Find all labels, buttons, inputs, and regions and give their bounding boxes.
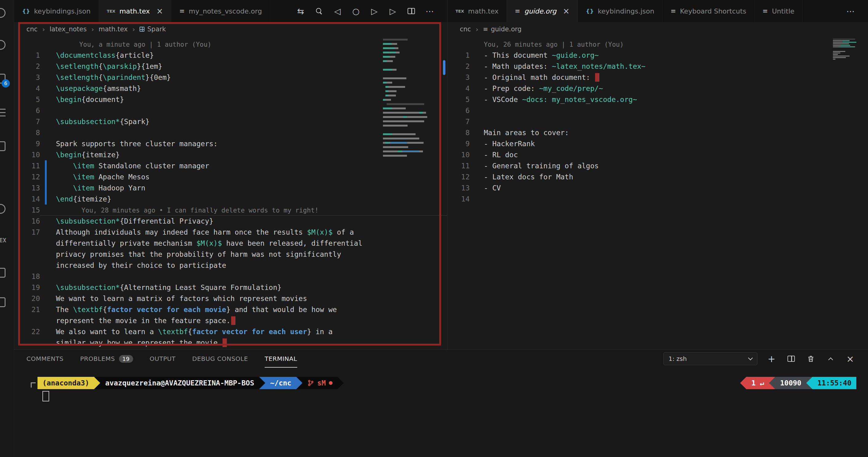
code-line[interactable]: 10\begin{itemize} [14, 149, 447, 160]
code-line[interactable]: 7 [447, 116, 868, 127]
code-line[interactable]: 13- CV [447, 183, 868, 194]
code-line[interactable]: 2\setlength{\parskip}{1em} [14, 61, 447, 72]
blame-annotation[interactable]: You, 26 minutes ago | 1 author (You) [447, 39, 868, 50]
panel-tab-terminal[interactable]: TERMINAL [265, 350, 297, 368]
minimap[interactable] [383, 39, 437, 159]
code-line[interactable]: 11- General training of algos [447, 160, 868, 171]
tab-keybindings-json[interactable]: {}keybindings.json [14, 0, 99, 22]
box-icon[interactable] [0, 268, 5, 278]
breadcrumb-item[interactable]: math.tex [99, 26, 128, 33]
split-editor-icon[interactable] [407, 6, 416, 16]
line-number [447, 39, 470, 50]
tab-math-tex[interactable]: TEXmath.tex× [99, 0, 172, 22]
code-line[interactable]: 13 \item Hadoop Yarn [14, 183, 447, 194]
code-line[interactable]: 6 [447, 105, 868, 116]
code-line[interactable]: 8 [14, 127, 447, 138]
split-terminal-icon[interactable] [786, 353, 797, 364]
code-line[interactable]: increased by their choice to participate [14, 260, 447, 271]
code-line[interactable]: 9Spark supports three cluster managers: [14, 138, 447, 149]
breadcrumb-item[interactable]: cnc [460, 26, 471, 33]
breadcrumb[interactable]: cnc›≡guide.org [447, 22, 868, 36]
code-line[interactable]: 17Although individuals may indeed face h… [14, 227, 447, 238]
more-actions-icon[interactable]: ⋯ [846, 6, 855, 16]
tab-math-tex[interactable]: TEXmath.tex [447, 0, 507, 22]
code-area[interactable]: You, 26 minutes ago | 1 author (You)1- T… [447, 39, 868, 204]
close-icon[interactable]: × [156, 7, 163, 15]
panel-tab-problems[interactable]: PROBLEMS19 [80, 350, 133, 368]
panel-tab-output[interactable]: OUTPUT [150, 350, 176, 368]
sync-circle-icon[interactable] [0, 204, 5, 214]
close-icon[interactable]: × [563, 7, 569, 15]
code-line[interactable]: 4\usepackage{amsmath} [14, 83, 447, 94]
tex-extension-icon[interactable]: TEX [0, 235, 5, 245]
open-changes-icon[interactable]: ⇆ [296, 6, 305, 16]
breadcrumb-item[interactable]: ≡guide.org [483, 26, 522, 33]
more-actions-icon[interactable]: ⋯ [425, 6, 434, 16]
code-area[interactable]: You, a minute ago | 1 author (You)1\docu… [14, 39, 447, 348]
tab-guide-org[interactable]: ≡guide.org× [507, 0, 578, 22]
breadcrumb[interactable]: cnc›latex_notes›math.tex›Spark [14, 22, 447, 36]
code-line[interactable]: 9- HackerRank [447, 138, 868, 149]
tab-untitle[interactable]: ≡Untitle [754, 0, 803, 22]
code-line[interactable]: 20We want to learn a matrix of factors w… [14, 293, 447, 304]
tab-keybindings-json[interactable]: {}keybindings.json [578, 0, 663, 22]
filter-lines-icon[interactable] [0, 109, 5, 117]
kill-terminal-icon[interactable] [805, 353, 816, 364]
code-line[interactable]: 18 [14, 271, 447, 282]
code-line[interactable]: 19\subsubsection*{Alternating Least Squa… [14, 282, 447, 293]
code-line[interactable]: 12 \item Apache Mesos [14, 171, 447, 183]
run-latex-icon[interactable]: ▷ [388, 6, 397, 16]
tab-keyboard-shortcuts[interactable]: ≡Keyboard Shortcuts [663, 0, 754, 22]
previous-change-icon[interactable]: ◁ [333, 6, 342, 16]
code-line[interactable]: privacy promises that the probability of… [14, 249, 447, 260]
code-line[interactable]: 15 You, 28 minutes ago • I can finally d… [14, 204, 447, 216]
panel-tab-comments[interactable]: COMMENTS [26, 350, 64, 368]
next-change-icon[interactable]: ▷ [370, 6, 379, 16]
minimap[interactable] [833, 39, 861, 62]
search-editor-icon[interactable] [314, 6, 324, 16]
code-line[interactable]: differentially private mechanism $M(x)$ … [14, 238, 447, 249]
tab-my-notes-vscode-org[interactable]: ≡my_notes_vscode.org [171, 0, 270, 22]
letter-a-icon[interactable]: A [0, 172, 5, 182]
code-line[interactable]: 3- Original math document: [447, 72, 868, 83]
code-line[interactable]: 5- VSCode ~docs: my_notes_vscode.org~ [447, 94, 868, 105]
panel-tab-debug-console[interactable]: DEBUG CONSOLE [192, 350, 248, 368]
code-line[interactable]: 3\setlength{\parindent}{0em} [14, 72, 447, 83]
code-line[interactable]: 16\subsubsection*{Differential Privacy} [14, 216, 447, 227]
code-line[interactable]: 5\begin{document} [14, 94, 447, 105]
code-line[interactable]: 10- RL doc [447, 149, 868, 160]
code-line[interactable]: 11 \item Standalone cluster manager [14, 160, 447, 171]
code-line[interactable]: represent the movie in the feature space… [14, 315, 447, 326]
code-line[interactable]: 1\documentclass{article} [14, 50, 447, 61]
code-line[interactable]: 8Main areas to cover: [447, 127, 868, 138]
tool-icon[interactable] [0, 297, 5, 307]
code-line[interactable]: 14 [447, 194, 868, 204]
code-line[interactable]: 7\subsubsection*{Spark} [14, 116, 447, 127]
line-number: 3 [14, 72, 40, 83]
code-line[interactable]: 6 [14, 105, 447, 116]
code-line[interactable]: 14\end{itemize} [14, 194, 447, 204]
breadcrumb-item[interactable]: cnc [26, 26, 37, 33]
close-panel-icon[interactable]: × [845, 353, 856, 364]
account-icon[interactable] [0, 40, 5, 50]
code-line[interactable]: 1- This document ~guide.org~ [447, 50, 868, 61]
code-line[interactable]: 21The \textbf{factor vector for each mov… [14, 304, 447, 315]
panel-square-icon[interactable] [0, 141, 5, 151]
code-line[interactable]: 4- Prep code: ~my_code/prep/~ [447, 83, 868, 94]
blame-annotation[interactable]: You, a minute ago | 1 author (You) [14, 39, 447, 50]
code-line[interactable]: 22We also want to learn a \textbf{factor… [14, 326, 447, 337]
code-line[interactable]: similar way how we represent the movie. [14, 337, 447, 348]
new-terminal-icon[interactable]: + [766, 353, 777, 364]
terminal[interactable]: (anaconda3)avazquezreina@AVAZQUEZREINA-M… [14, 368, 868, 457]
line-number: 2 [447, 61, 470, 72]
terminal-selector[interactable]: 1: zsh [663, 352, 757, 365]
code-line[interactable]: 2- Math updates: ~latex_notes/math.tex~ [447, 61, 868, 72]
revert-change-icon[interactable]: ○ [351, 6, 361, 16]
editor-math-tex[interactable]: You, a minute ago | 1 author (You)1\docu… [14, 36, 447, 350]
maximize-panel-icon[interactable] [825, 353, 836, 364]
editor-guide-org[interactable]: You, 26 minutes ago | 1 author (You)1- T… [447, 36, 868, 350]
breadcrumb-item[interactable]: Spark [140, 26, 166, 33]
code-line[interactable]: 12- Latex docs for Math [447, 171, 868, 183]
breadcrumb-item[interactable]: latex_notes [50, 26, 87, 33]
circle-icon[interactable] [0, 8, 5, 18]
